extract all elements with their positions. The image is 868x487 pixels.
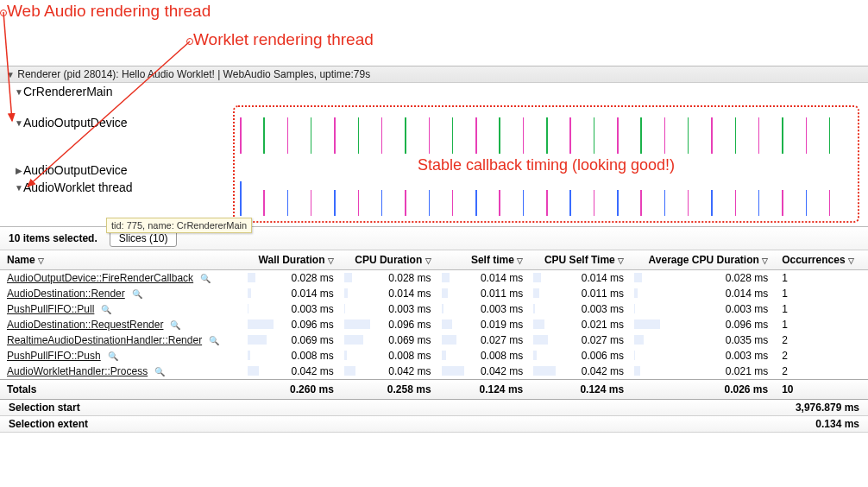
search-icon[interactable]: 🔍 — [108, 351, 118, 361]
waveform-bottom — [240, 178, 852, 216]
table-row[interactable]: RealtimeAudioDestinationHandler::Render🔍… — [0, 332, 868, 348]
table-row[interactable]: PushPullFIFO::Pull🔍0.003 ms0.003 ms0.003… — [0, 301, 868, 317]
search-icon[interactable]: 🔍 — [132, 289, 142, 299]
slice-link[interactable]: PushPullFIFO::Pull — [7, 303, 94, 315]
table-row[interactable]: PushPullFIFO::Push🔍0.008 ms0.008 ms0.008… — [0, 348, 868, 364]
table-row[interactable]: AudioDestination::Render🔍0.014 ms0.014 m… — [0, 286, 868, 301]
search-icon[interactable]: 🔍 — [154, 367, 165, 376]
thread-tooltip: tid: 775, name: CrRendererMain — [106, 218, 252, 233]
thread-row-worklet[interactable]: ▼ AudioWorklet thread — [0, 179, 233, 196]
slice-link[interactable]: AudioDestination::Render — [7, 288, 125, 300]
thread-row-aod2[interactable]: ▶ AudioOutputDevice — [0, 161, 233, 179]
search-icon[interactable]: 🔍 — [101, 305, 111, 314]
selection-count: 10 items selected. — [9, 232, 97, 244]
slice-link[interactable]: AudioWorkletHandler::Process — [7, 365, 148, 377]
slices-table: Name ▽ Wall Duration ▽ CPU Duration ▽ Se… — [0, 250, 868, 399]
search-icon[interactable]: 🔍 — [200, 274, 211, 283]
waveform-top — [240, 112, 852, 154]
table-row[interactable]: AudioWorkletHandler::Process🔍0.042 ms0.0… — [0, 364, 868, 380]
col-name[interactable]: Name ▽ — [0, 250, 244, 270]
col-self[interactable]: Self time ▽ — [438, 250, 531, 270]
slice-link[interactable]: AudioDestination::RequestRender — [7, 319, 163, 331]
totals-row: Totals0.260 ms0.258 ms0.124 ms0.124 ms0.… — [0, 380, 868, 400]
callout-stable-timing: Stable callback timing (looking good!) — [233, 105, 859, 223]
annotation-worklet: Worklet rendering thread — [193, 30, 374, 48]
selection-start-value: 3,976.879 ms — [796, 402, 859, 414]
search-icon[interactable]: 🔍 — [209, 336, 219, 345]
annotation-overlay: Web Audio rendering thread Worklet rende… — [0, 0, 868, 66]
thread-row-aod1[interactable]: ▼ AudioOutputDevice — [0, 114, 233, 131]
col-cpu[interactable]: CPU Duration ▽ — [341, 250, 438, 270]
process-header[interactable]: ▼ Renderer (pid 28014): Hello Audio Work… — [0, 66, 868, 83]
col-cpuself[interactable]: CPU Self Time ▽ — [530, 250, 631, 270]
slice-link[interactable]: RealtimeAudioDestinationHandler::Render — [7, 334, 202, 346]
table-row[interactable]: AudioDestination::RequestRender🔍0.096 ms… — [0, 317, 868, 332]
slice-link[interactable]: PushPullFIFO::Push — [7, 350, 101, 362]
selection-start-label: Selection start — [9, 402, 80, 414]
table-row[interactable]: AudioOutputDevice::FireRenderCallback🔍0.… — [0, 270, 868, 287]
col-occ[interactable]: Occurrences ▽ — [775, 250, 868, 270]
col-wall[interactable]: Wall Duration ▽ — [244, 250, 341, 270]
selection-extent-value: 0.134 ms — [815, 418, 859, 430]
col-avg[interactable]: Average CPU Duration ▽ — [631, 250, 775, 270]
thread-row-main[interactable]: ▼ CrRendererMain — [0, 83, 233, 100]
annotation-webaudio: Web Audio rendering thread — [7, 2, 211, 20]
slice-link[interactable]: AudioOutputDevice::FireRenderCallback — [7, 272, 193, 284]
search-icon[interactable]: 🔍 — [170, 320, 180, 330]
selection-extent-label: Selection extent — [9, 418, 88, 430]
